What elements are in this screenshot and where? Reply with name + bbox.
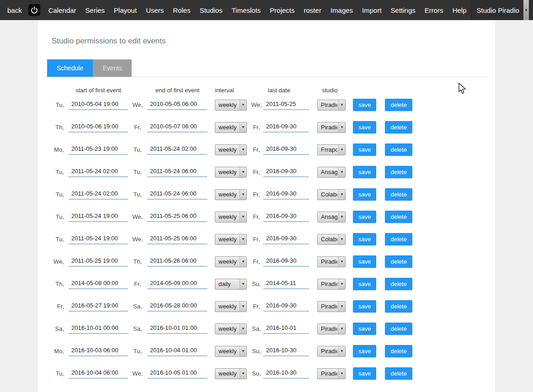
nav-item-import[interactable]: Import: [357, 0, 386, 20]
interval-select[interactable]: weekly ▼: [215, 144, 247, 155]
start-datetime-input[interactable]: [69, 368, 128, 379]
last-date-input[interactable]: [263, 301, 309, 312]
start-datetime-input[interactable]: [69, 279, 128, 289]
delete-button[interactable]: delete: [385, 211, 412, 223]
save-button[interactable]: save: [353, 143, 376, 156]
delete-button[interactable]: delete: [385, 188, 412, 201]
end-datetime-input[interactable]: [147, 346, 208, 356]
nav-item-settings[interactable]: Settings: [386, 0, 420, 20]
studio-select[interactable]: Piradio ▼: [317, 100, 346, 111]
interval-select[interactable]: weekly ▼: [215, 323, 247, 334]
studio-select[interactable]: Ansage ▼: [317, 212, 346, 222]
nav-item-series[interactable]: Series: [81, 0, 110, 20]
delete-button[interactable]: delete: [385, 323, 412, 335]
end-datetime-input[interactable]: [147, 256, 208, 267]
save-button[interactable]: save: [353, 367, 376, 380]
studio-select[interactable]: Colabo ▼: [317, 189, 346, 200]
start-datetime-input[interactable]: [69, 122, 128, 132]
delete-button[interactable]: delete: [385, 99, 412, 111]
save-button[interactable]: save: [353, 188, 376, 201]
studio-select[interactable]: Piradio ▼: [317, 346, 346, 357]
delete-button[interactable]: delete: [385, 255, 412, 268]
last-date-input[interactable]: [263, 323, 309, 334]
interval-select[interactable]: weekly ▼: [215, 122, 247, 133]
save-button[interactable]: save: [353, 255, 376, 268]
end-datetime-input[interactable]: [147, 167, 208, 177]
last-date-input[interactable]: [263, 100, 309, 110]
start-datetime-input[interactable]: [69, 346, 128, 356]
last-date-input[interactable]: [263, 234, 309, 244]
nav-item-roster[interactable]: roster: [299, 0, 326, 20]
studio-select[interactable]: Colabo ▼: [317, 234, 346, 245]
save-button[interactable]: save: [353, 99, 376, 111]
last-date-input[interactable]: [263, 122, 309, 132]
end-datetime-input[interactable]: [147, 122, 208, 132]
delete-button[interactable]: delete: [385, 300, 412, 313]
nav-item-studios[interactable]: Studios: [195, 0, 227, 20]
studio-select[interactable]: Piradio ▼: [317, 368, 346, 379]
interval-select[interactable]: weekly ▼: [215, 368, 247, 379]
start-datetime-input[interactable]: [69, 234, 128, 244]
delete-button[interactable]: delete: [385, 367, 412, 380]
delete-button[interactable]: delete: [385, 166, 412, 178]
start-datetime-input[interactable]: [69, 189, 128, 200]
save-button[interactable]: save: [353, 233, 376, 245]
studio-select[interactable]: Piradio ▼: [317, 323, 346, 334]
studio-select[interactable]: Piradio ▼: [317, 279, 346, 290]
last-date-input[interactable]: [263, 189, 309, 200]
last-date-input[interactable]: [263, 346, 309, 356]
interval-select[interactable]: weekly ▼: [215, 234, 247, 245]
last-date-input[interactable]: [263, 212, 309, 222]
end-datetime-input[interactable]: [147, 189, 208, 200]
save-button[interactable]: save: [353, 166, 376, 178]
interval-select[interactable]: weekly ▼: [215, 167, 247, 178]
tab-events[interactable]: Events: [93, 59, 132, 77]
interval-select[interactable]: weekly ▼: [215, 100, 247, 111]
start-datetime-input[interactable]: [69, 323, 128, 334]
start-datetime-input[interactable]: [69, 167, 128, 177]
studio-select[interactable]: Piradio ▼: [317, 256, 346, 267]
delete-button[interactable]: delete: [385, 143, 412, 156]
interval-select[interactable]: weekly ▼: [215, 346, 247, 357]
studio-select[interactable]: Piradio ▼: [317, 301, 346, 312]
save-button[interactable]: save: [353, 278, 376, 290]
nav-item-users[interactable]: Users: [141, 0, 168, 20]
end-datetime-input[interactable]: [147, 323, 208, 334]
delete-button[interactable]: delete: [385, 233, 412, 245]
delete-button[interactable]: delete: [385, 278, 412, 290]
studio-dropdown[interactable]: Studio Piradio ▼: [471, 0, 529, 20]
nav-item-images[interactable]: Images: [326, 0, 357, 20]
start-datetime-input[interactable]: [69, 301, 128, 312]
end-datetime-input[interactable]: [147, 212, 208, 222]
save-button[interactable]: save: [353, 211, 376, 223]
interval-select[interactable]: weekly ▼: [215, 256, 247, 267]
end-datetime-input[interactable]: [147, 301, 208, 312]
last-date-input[interactable]: [263, 368, 309, 379]
studio-select[interactable]: Frrapo ▼: [317, 144, 346, 155]
end-datetime-input[interactable]: [147, 234, 208, 244]
end-datetime-input[interactable]: [147, 100, 208, 110]
nav-item-roles[interactable]: Roles: [168, 0, 195, 20]
end-datetime-input[interactable]: [147, 144, 208, 155]
project-dropdown[interactable]: Project 88vier ▼: [529, 0, 533, 20]
end-datetime-input[interactable]: [147, 368, 208, 379]
delete-button[interactable]: delete: [385, 345, 412, 357]
save-button[interactable]: save: [353, 345, 376, 357]
start-datetime-input[interactable]: [69, 212, 128, 222]
back-link[interactable]: back: [7, 0, 27, 20]
interval-select[interactable]: daily ▼: [215, 279, 247, 290]
save-button[interactable]: save: [353, 300, 376, 313]
studio-select[interactable]: Ansage ▼: [317, 167, 346, 178]
nav-item-playout[interactable]: Playout: [109, 0, 141, 20]
start-datetime-input[interactable]: [69, 100, 128, 110]
nav-item-timeslots[interactable]: Timeslots: [227, 0, 266, 20]
nav-item-calendar[interactable]: Calendar: [44, 0, 81, 20]
interval-select[interactable]: weekly ▼: [215, 189, 247, 200]
studio-select[interactable]: Piradio ▼: [317, 122, 346, 133]
interval-select[interactable]: weekly ▼: [215, 212, 247, 222]
last-date-input[interactable]: [263, 167, 309, 177]
last-date-input[interactable]: [263, 256, 309, 267]
start-datetime-input[interactable]: [69, 144, 128, 155]
start-datetime-input[interactable]: [69, 256, 128, 267]
nav-item-errors[interactable]: Errors: [420, 0, 448, 20]
